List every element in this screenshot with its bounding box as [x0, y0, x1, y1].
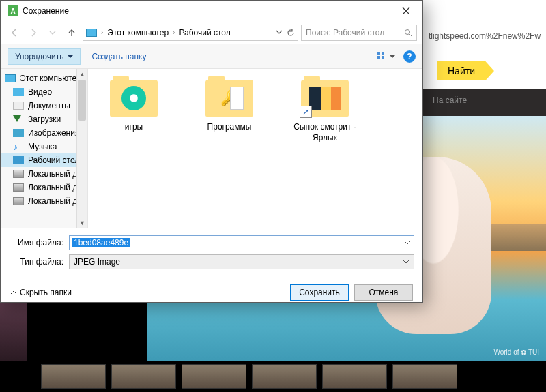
- sidebar-item[interactable]: Локальный дис: [1, 167, 87, 181]
- scroll-thumb[interactable]: [78, 80, 86, 121]
- thumbnail[interactable]: [392, 364, 457, 389]
- sidebar-item[interactable]: Рабочий стол: [1, 153, 87, 167]
- up-button[interactable]: [63, 25, 80, 41]
- sidebar-item-label: Рабочий стол: [28, 155, 79, 165]
- sidebar-item[interactable]: Изображения: [1, 126, 87, 140]
- hide-folders-button[interactable]: Скрыть папки: [10, 288, 72, 297]
- chevron-down-icon: [390, 54, 395, 59]
- find-button[interactable]: Найти: [437, 61, 494, 80]
- view-options-button[interactable]: [377, 52, 395, 61]
- folder-icon: 🔑: [205, 80, 253, 117]
- sidebar: Этот компьютерВидеоДокументыЗагрузкиИзоб…: [1, 69, 88, 228]
- thumbnail[interactable]: [322, 364, 387, 389]
- sidebar-item[interactable]: Локальный дис: [1, 181, 87, 194]
- sidebar-item[interactable]: ♪Музыка: [1, 140, 87, 153]
- thumbnail[interactable]: [252, 364, 317, 389]
- filetype-label: Тип файла:: [9, 257, 63, 267]
- titlebar: A Сохранение: [1, 1, 422, 21]
- sidebar-item[interactable]: Загрузки: [1, 112, 87, 126]
- file-label: игры: [96, 122, 171, 133]
- nav-bar: › Этот компьютер › Рабочий стол Поиск: Р…: [1, 21, 422, 44]
- fields: Имя файла: 1bed08ae489e Тип файла: JPEG …: [1, 228, 422, 277]
- shortcut-arrow-icon: ↗: [300, 106, 312, 118]
- chevron-down-icon: [403, 258, 410, 265]
- pc-icon: [86, 29, 97, 37]
- help-button[interactable]: ?: [403, 50, 416, 63]
- chevron-down-icon[interactable]: [404, 239, 411, 246]
- chevron-down-icon: [68, 54, 73, 59]
- crumb-root[interactable]: Этот компьютер: [107, 28, 169, 37]
- search-input[interactable]: Поиск: Рабочий стол: [301, 25, 417, 41]
- filename-input[interactable]: 1bed08ae489e: [69, 235, 414, 250]
- thumbnail[interactable]: [182, 364, 246, 389]
- thumbnail[interactable]: [41, 364, 106, 389]
- thumbnail[interactable]: [111, 364, 176, 389]
- svg-rect-3: [377, 56, 380, 59]
- scroll-down-icon[interactable]: ▼: [77, 217, 87, 228]
- sidebar-item[interactable]: Локальный дис: [1, 194, 87, 208]
- refresh-icon[interactable]: [287, 29, 295, 37]
- sidebar-item[interactable]: Видео: [1, 85, 87, 99]
- sidebar-item[interactable]: Этот компьютер: [1, 72, 87, 85]
- url-fragment: tlightspeed.com%2Fnew%2Fw: [423, 29, 546, 44]
- svg-point-0: [405, 29, 410, 34]
- new-folder-button[interactable]: Создать папку: [91, 52, 146, 61]
- chevron-right-icon: ›: [173, 29, 175, 36]
- toolbar: Упорядочить Создать папку ?: [1, 44, 422, 69]
- sidebar-item-label: Документы: [28, 101, 70, 110]
- folder-icon: ↗: [301, 80, 349, 117]
- sidebar-item-label: Изображения: [28, 128, 79, 138]
- side-thumbnail: [0, 300, 27, 361]
- close-button[interactable]: [392, 1, 420, 20]
- svg-rect-1: [377, 52, 380, 55]
- svg-rect-4: [382, 56, 384, 59]
- file-area[interactable]: игры🔑Программы↗Сынок смотрит - Ярлык: [88, 69, 422, 228]
- dialog-title: Сохранение: [23, 6, 392, 16]
- recent-button[interactable]: [44, 25, 61, 41]
- folder-item[interactable]: 🔑Программы: [192, 80, 267, 133]
- site-tab[interactable]: На сайте: [423, 89, 546, 116]
- arrow-left-icon: [10, 28, 19, 37]
- breadcrumb[interactable]: › Этот компьютер › Рабочий стол: [83, 25, 298, 41]
- watermark: World of ✿ TUI: [493, 348, 539, 356]
- save-button[interactable]: Сохранить: [290, 284, 349, 301]
- file-label: Программы: [192, 122, 267, 133]
- search-icon: [404, 29, 412, 37]
- filename-label: Имя файла:: [9, 238, 63, 247]
- close-icon: [402, 7, 410, 15]
- sidebar-item[interactable]: Документы: [1, 99, 87, 112]
- sidebar-item-label: Видео: [28, 87, 52, 97]
- arrow-right-icon: [29, 28, 38, 37]
- cancel-button[interactable]: Отмена: [354, 284, 413, 301]
- back-button[interactable]: [6, 25, 23, 41]
- shortcut-item[interactable]: ↗Сынок смотрит - Ярлык: [287, 80, 362, 143]
- thumbnail-strip: [0, 361, 546, 392]
- grid-icon: [377, 52, 388, 61]
- arrow-up-icon: [67, 28, 76, 37]
- search-placeholder: Поиск: Рабочий стол: [306, 28, 384, 37]
- chevron-up-icon: [10, 289, 17, 296]
- chevron-down-icon[interactable]: [276, 29, 283, 35]
- sidebar-item-label: Этот компьютер: [20, 74, 81, 83]
- file-label: Сынок смотрит - Ярлык: [287, 122, 362, 143]
- sidebar-item-label: Загрузки: [28, 115, 61, 124]
- forward-button[interactable]: [25, 25, 42, 41]
- scroll-up-icon[interactable]: ▲: [77, 69, 87, 80]
- folder-icon: [110, 80, 158, 117]
- filetype-select[interactable]: JPEG Image: [69, 254, 414, 269]
- chevron-down-icon: [49, 29, 56, 36]
- svg-rect-2: [382, 52, 384, 55]
- footer: Скрыть папки Сохранить Отмена: [1, 277, 422, 307]
- crumb-current[interactable]: Рабочий стол: [179, 28, 230, 37]
- save-dialog: A Сохранение › Этот компьютер › Рабочий …: [0, 0, 423, 303]
- sidebar-item-label: Музыка: [28, 142, 57, 151]
- folder-item[interactable]: игры: [96, 80, 171, 133]
- organize-button[interactable]: Упорядочить: [8, 48, 81, 65]
- app-icon: A: [8, 5, 18, 16]
- scrollbar[interactable]: ▲ ▼: [76, 69, 87, 228]
- chevron-right-icon: ›: [101, 29, 103, 36]
